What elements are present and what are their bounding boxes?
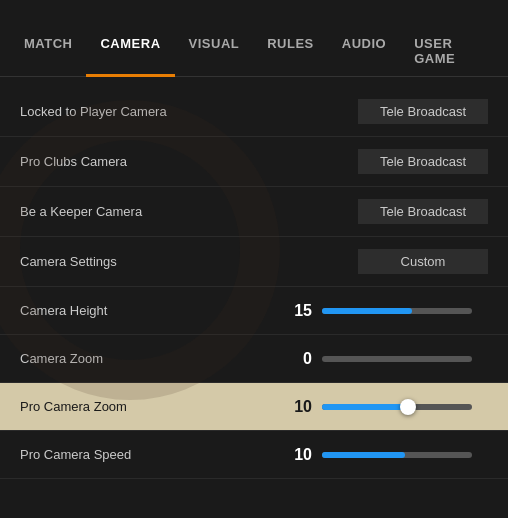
- setting-label-pro-clubs-camera: Pro Clubs Camera: [20, 154, 358, 169]
- slider-track-camera-zoom[interactable]: [322, 356, 472, 362]
- setting-value-locked-to-player[interactable]: Tele Broadcast: [358, 99, 488, 124]
- page-title: [0, 0, 508, 28]
- setting-row-camera-settings: Camera SettingsCustom: [0, 237, 508, 287]
- slider-fill-camera-height: [322, 308, 412, 314]
- setting-row-camera-height: Camera Height15: [0, 287, 508, 335]
- slider-container-camera-height: 15: [288, 302, 488, 320]
- setting-value-pro-clubs-camera[interactable]: Tele Broadcast: [358, 149, 488, 174]
- setting-row-pro-camera-zoom: Pro Camera Zoom10: [0, 383, 508, 431]
- slider-fill-pro-camera-speed: [322, 452, 405, 458]
- setting-label-camera-zoom: Camera Zoom: [20, 351, 288, 366]
- setting-row-locked-to-player: Locked to Player CameraTele Broadcast: [0, 87, 508, 137]
- slider-number-pro-camera-speed: 10: [288, 446, 312, 464]
- slider-track-pro-camera-speed[interactable]: [322, 452, 472, 458]
- setting-row-camera-zoom: Camera Zoom0: [0, 335, 508, 383]
- setting-label-camera-height: Camera Height: [20, 303, 288, 318]
- tab-visual[interactable]: VISUAL: [175, 28, 254, 77]
- slider-track-pro-camera-zoom[interactable]: [322, 404, 472, 410]
- setting-value-be-a-keeper[interactable]: Tele Broadcast: [358, 199, 488, 224]
- setting-label-pro-camera-speed: Pro Camera Speed: [20, 447, 288, 462]
- slider-number-camera-height: 15: [288, 302, 312, 320]
- settings-list: Locked to Player CameraTele BroadcastPro…: [0, 77, 508, 489]
- setting-label-locked-to-player: Locked to Player Camera: [20, 104, 358, 119]
- setting-row-be-a-keeper: Be a Keeper CameraTele Broadcast: [0, 187, 508, 237]
- slider-container-pro-camera-zoom: 10: [288, 398, 488, 416]
- setting-row-pro-clubs-camera: Pro Clubs CameraTele Broadcast: [0, 137, 508, 187]
- slider-fill-pro-camera-zoom: [322, 404, 405, 410]
- tab-audio[interactable]: AUDIO: [328, 28, 400, 77]
- slider-track-camera-height[interactable]: [322, 308, 472, 314]
- setting-label-be-a-keeper: Be a Keeper Camera: [20, 204, 358, 219]
- slider-number-pro-camera-zoom: 10: [288, 398, 312, 416]
- nav-tabs: MATCHCAMERAVISUALRULESAUDIOUSER GAME: [0, 28, 508, 77]
- setting-value-camera-settings[interactable]: Custom: [358, 249, 488, 274]
- slider-container-camera-zoom: 0: [288, 350, 488, 368]
- tab-camera[interactable]: CAMERA: [86, 28, 174, 77]
- slider-thumb-pro-camera-zoom[interactable]: [400, 399, 416, 415]
- slider-number-camera-zoom: 0: [288, 350, 312, 368]
- tab-rules[interactable]: RULES: [253, 28, 328, 77]
- setting-label-pro-camera-zoom: Pro Camera Zoom: [20, 399, 288, 414]
- setting-row-pro-camera-speed: Pro Camera Speed10: [0, 431, 508, 479]
- setting-label-camera-settings: Camera Settings: [20, 254, 358, 269]
- tab-match[interactable]: MATCH: [10, 28, 86, 77]
- slider-container-pro-camera-speed: 10: [288, 446, 488, 464]
- tab-user-game[interactable]: USER GAME: [400, 28, 498, 77]
